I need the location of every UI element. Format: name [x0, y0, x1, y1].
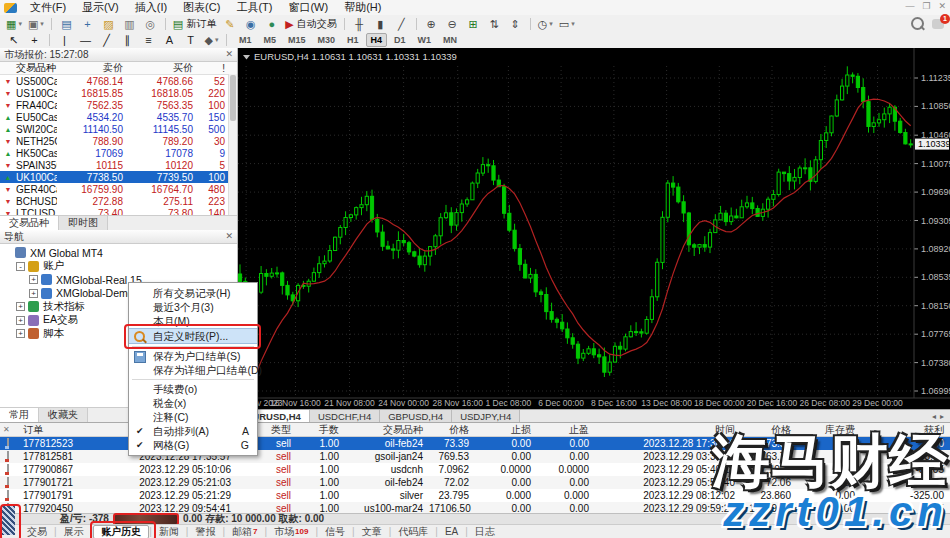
shapes-tool[interactable]: ◆	[202, 32, 221, 48]
menu-item-自定义时段(P)...[interactable]: 自定义时段(P)...	[129, 328, 257, 344]
terminal-tab-信号[interactable]: 信号	[318, 526, 352, 538]
horizontal-line-tool[interactable]: —	[76, 32, 95, 48]
market-watch-scrollbar[interactable]	[228, 74, 237, 230]
navigator-tab-常用[interactable]: 常用	[0, 408, 39, 422]
terminal-col-✕[interactable]: ✕	[0, 425, 20, 434]
tree-expander-icon[interactable]: +	[16, 316, 25, 325]
menu-item-手续费(o)[interactable]: 手续费(o)	[129, 382, 257, 396]
timeframe-M5[interactable]: M5	[259, 33, 282, 47]
market-watch-toggle[interactable]: ▤	[57, 16, 76, 32]
terminal-tab-警报[interactable]: 警报	[188, 526, 222, 538]
community-button[interactable]: ◉	[241, 16, 260, 32]
chart-tab-USDCHF,H4[interactable]: USDCHF,H4	[310, 410, 380, 422]
menu-图表(C)[interactable]: 图表(C)	[175, 0, 228, 16]
zoom-out-button[interactable]: ⊖	[443, 16, 462, 32]
navigator-node-XM Global MT4[interactable]: XM Global MT4	[3, 246, 237, 260]
metaeditor-button[interactable]: ✎	[220, 16, 239, 32]
tree-expander-icon[interactable]: +	[29, 289, 38, 298]
menu-item-最近3个月(3)[interactable]: 最近3个月(3)	[129, 300, 257, 314]
timeframe-M1[interactable]: M1	[234, 33, 257, 47]
market-watch-row-SWI20Cash[interactable]: ▲ SWI20Cash 11140.50 11145.50 500	[0, 123, 237, 135]
menu-item-网格(G)[interactable]: ✔网格(G)G	[129, 438, 257, 452]
terminal-toggle[interactable]: ▥	[120, 16, 139, 32]
menu-item-本月(M)[interactable]: 本月(M)	[129, 314, 257, 328]
menu-显示(V)[interactable]: 显示(V)	[74, 0, 127, 16]
chart-tab-USDJPY,H4[interactable]: USDJPY,H4	[452, 410, 520, 422]
fibonacci-tool[interactable]: ≡	[139, 32, 158, 48]
globe-button[interactable]: ●	[262, 16, 281, 32]
menu-item-所有交易记录(H)[interactable]: 所有交易记录(H)	[129, 286, 257, 300]
chart-tab-scroll[interactable]: ◂▸	[932, 410, 950, 422]
crosshair-tool[interactable]: +	[25, 32, 44, 48]
text-tool[interactable]: A	[160, 32, 179, 48]
minimize-button[interactable]: —	[905, 1, 914, 11]
timeframe-M15[interactable]: M15	[283, 33, 311, 47]
candlestick-chart-button[interactable]: ▮	[371, 16, 390, 32]
new-order-button[interactable]: ▤新订单	[171, 16, 218, 32]
autotrading-button[interactable]: ▶自动交易	[283, 16, 338, 32]
timeframe-MN[interactable]: MN	[438, 33, 462, 47]
menu-帮助(H)[interactable]: 帮助(H)	[336, 0, 389, 16]
terminal-tab-文章[interactable]: 文章	[355, 526, 389, 538]
market-watch-row-UK100Cash[interactable]: ▲ UK100Cash 7738.50 7739.50 100	[0, 171, 237, 183]
market-watch-row-EU50Cash[interactable]: ▲ EU50Cash 4534.20 4535.70 150	[0, 111, 237, 123]
timeframe-H1[interactable]: H1	[342, 33, 364, 47]
sort-down-button[interactable]: ⇕	[506, 16, 525, 32]
navigator-tab-收藏夹[interactable]: 收藏夹	[39, 408, 88, 422]
market-watch-row-BCHUSD[interactable]: ▼ BCHUSD 272.88 275.11 223	[0, 195, 237, 207]
terminal-tab-日志[interactable]: 日志	[468, 526, 502, 538]
timeframe-W1[interactable]: W1	[413, 33, 437, 47]
chart-canvas[interactable]: 1.112351.108501.104601.100751.096901.093…	[238, 48, 950, 409]
navigator-node-账户[interactable]: - 账户	[3, 260, 237, 274]
menu-item-注释(C)[interactable]: 注释(C)	[129, 410, 257, 424]
terminal-tab-邮箱[interactable]: 邮箱7	[225, 526, 264, 538]
menu-item-保存为户口结单(S)[interactable]: 保存为户口结单(S)	[129, 349, 257, 363]
profiles-button[interactable]: ▣	[26, 16, 46, 32]
menu-窗口(W)[interactable]: 窗口(W)	[280, 0, 336, 16]
history-order-row-177901791[interactable]: 1779017912023.12.29 05:21:29sell1.00silv…	[0, 489, 950, 502]
tree-expander-icon[interactable]: +	[29, 275, 38, 284]
restore-button[interactable]: ❐	[922, 1, 930, 11]
terminal-tab-代码库[interactable]: 代码库	[391, 526, 435, 538]
terminal-tab-展示[interactable]: 展示	[57, 526, 91, 538]
history-order-row-177901721[interactable]: 1779017212023.12.29 05:21:03sell1.00oil-…	[0, 476, 950, 489]
market-watch-row-US100Cash[interactable]: ▼ US100Cash 16815.85 16818.05 220	[0, 87, 237, 99]
terminal-tab-EA[interactable]: EA	[438, 526, 465, 538]
timeframe-D1[interactable]: D1	[389, 33, 411, 47]
terminal-tab-账户历史[interactable]: 账户历史	[93, 525, 149, 538]
tree-expander-icon[interactable]: -	[16, 262, 25, 271]
navigator-toggle[interactable]: ▨	[99, 16, 118, 32]
history-order-row-177900867[interactable]: 1779008672023.12.29 05:10:06sell1.00usdc…	[0, 463, 950, 476]
market-watch-row-FRA40Cash[interactable]: ▼ FRA40Cash 7562.35 7563.35 100	[0, 99, 237, 111]
bar-chart-button[interactable]: ╫	[350, 16, 369, 32]
market-watch-row-NETH25Cash[interactable]: ▼ NETH25Cash 788.90 789.20 30	[0, 135, 237, 147]
zoom-in-button[interactable]: ⊕	[422, 16, 441, 32]
navigator-close-icon[interactable]: ✕	[225, 232, 233, 241]
new-chart-button[interactable]: ▦	[4, 16, 24, 32]
chart-tab-GBPUSD,H4[interactable]: GBPUSD,H4	[380, 410, 452, 422]
search-icon[interactable]	[911, 17, 924, 30]
terminal-tab-市场[interactable]: 市场109	[267, 526, 315, 538]
template-button[interactable]: ▭	[557, 16, 577, 32]
close-button[interactable]: ✕	[938, 1, 946, 11]
chat-icon[interactable]: 1	[932, 19, 944, 29]
menu-工具(T)[interactable]: 工具(T)	[228, 0, 280, 16]
menu-item-自动排列(A)[interactable]: ✔自动排列(A)A	[129, 424, 257, 438]
market-watch-row-HK50Cash[interactable]: ▲ HK50Cash 17069 17078 9	[0, 147, 237, 159]
timeframe-M30[interactable]: M30	[313, 33, 341, 47]
menu-插入(I)[interactable]: 插入(I)	[127, 0, 175, 16]
market-watch-tab-交易品种[interactable]: 交易品种	[0, 216, 59, 230]
trendline-tool[interactable]: ╱	[97, 32, 116, 48]
sort-up-button[interactable]: ⇅	[485, 16, 504, 32]
period-button[interactable]: ◷	[536, 16, 555, 32]
vertical-line-tool[interactable]: |	[55, 32, 74, 48]
timeframe-H4[interactable]: H4	[366, 33, 388, 47]
tile-windows-button[interactable]: ⊞	[464, 16, 483, 32]
line-chart-button[interactable]: ╱	[392, 16, 411, 32]
market-watch-row-GER40Cash[interactable]: ▼ GER40Cash 16759.90 16764.70 480	[0, 183, 237, 195]
terminal-tab-新闻[interactable]: 新闻	[152, 526, 186, 538]
market-watch-row-SPAIN35Cash[interactable]: ▼ SPAIN35Cash 10115 10120 5	[0, 159, 237, 171]
data-window-toggle[interactable]: +	[78, 16, 97, 32]
terminal-tab-交易[interactable]: 交易	[20, 526, 54, 538]
menu-文件(F)[interactable]: 文件(F)	[22, 0, 74, 16]
